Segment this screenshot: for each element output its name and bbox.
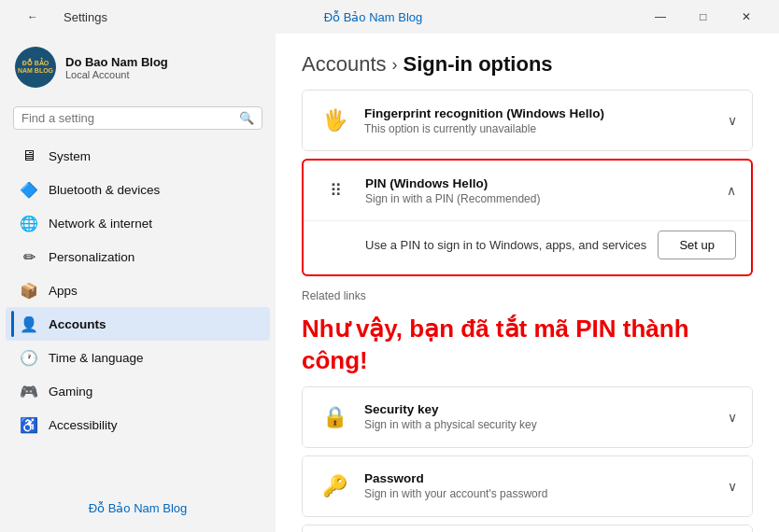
password-icon: 🔑 xyxy=(318,469,351,503)
accessibility-icon: ♿ xyxy=(21,416,37,433)
success-message: Như vậy, bạn đã tắt mã PIN thành công! xyxy=(302,314,753,377)
securitykey-chevron: ∨ xyxy=(728,410,737,425)
related-links-label: Related links xyxy=(302,284,753,306)
search-input[interactable] xyxy=(21,111,234,125)
nav-list: 🖥 System 🔷 Bluetooth & devices 🌐 Network… xyxy=(0,139,276,441)
system-icon: 🖥 xyxy=(21,147,37,164)
sidebar-brand: Đỗ Bảo Nam Blog xyxy=(0,494,276,523)
securitykey-text: Security key Sign in with a physical sec… xyxy=(364,402,728,431)
sidebar-item-apps[interactable]: 📦 Apps xyxy=(6,273,270,307)
securitykey-header[interactable]: 🔒 Security key Sign in with a physical s… xyxy=(303,387,752,447)
fingerprint-title: Fingerprint recognition (Windows Hello) xyxy=(364,106,728,120)
sidebar-item-accessibility[interactable]: ♿ Accessibility xyxy=(6,408,270,441)
pin-body-text: Use a PIN to sign in to Windows, apps, a… xyxy=(365,236,646,255)
pin-chevron: ∧ xyxy=(727,183,736,198)
personalization-icon: ✏ xyxy=(21,248,37,265)
securitykey-desc: Sign in with a physical security key xyxy=(364,418,728,431)
gaming-icon: 🎮 xyxy=(21,383,37,399)
fingerprint-header[interactable]: 🖐 Fingerprint recognition (Windows Hello… xyxy=(303,91,752,150)
securitykey-card: 🔒 Security key Sign in with a physical s… xyxy=(302,386,753,448)
restore-button[interactable]: □ xyxy=(682,3,725,31)
profile-section: ĐỖ BẢO NAM BLOG Do Bao Nam Blog Local Ac… xyxy=(0,34,276,101)
app-body: ĐỖ BẢO NAM BLOG Do Bao Nam Blog Local Ac… xyxy=(0,34,779,532)
sidebar-item-personalization[interactable]: ✏ Personalization xyxy=(6,240,270,273)
pin-card: ⠿ PIN (Windows Hello) Sign in with a PIN… xyxy=(302,159,753,276)
time-icon: 🕐 xyxy=(21,349,37,366)
close-button[interactable]: ✕ xyxy=(725,3,768,31)
password-chevron: ∨ xyxy=(728,479,737,494)
pin-icon: ⠿ xyxy=(319,174,352,207)
setup-button[interactable]: Set up xyxy=(658,231,736,259)
app-title: Settings xyxy=(64,10,107,24)
sidebar: ĐỖ BẢO NAM BLOG Do Bao Nam Blog Local Ac… xyxy=(0,34,276,532)
sidebar-item-label: Gaming xyxy=(49,385,92,399)
password-text: Password Sign in with your account's pas… xyxy=(364,471,728,500)
back-button[interactable]: ← xyxy=(11,3,54,31)
password-title: Password xyxy=(364,471,728,485)
profile-name: Do Bao Nam Blog xyxy=(65,55,168,69)
securitykey-title: Security key xyxy=(364,402,728,416)
main-content: Accounts › Sign-in options 🖐 Fingerprint… xyxy=(276,34,779,532)
breadcrumb: Accounts › Sign-in options xyxy=(302,52,753,77)
pin-desc: Sign in with a PIN (Recommended) xyxy=(365,192,727,205)
sidebar-item-label: Network & internet xyxy=(49,217,152,231)
pin-body: Use a PIN to sign in to Windows, apps, a… xyxy=(304,220,751,274)
profile-info: Do Bao Nam Blog Local Account xyxy=(65,55,168,80)
accounts-icon: 👤 xyxy=(21,315,37,332)
avatar-initials: ĐỖ BẢO NAM BLOG xyxy=(15,60,56,76)
picturepassword-header[interactable]: 🖼 Picture password Swipe and tap your fa… xyxy=(303,525,752,532)
sidebar-item-network[interactable]: 🌐 Network & internet xyxy=(6,206,270,240)
breadcrumb-separator: › xyxy=(392,55,398,75)
picturepassword-card: 🖼 Picture password Swipe and tap your fa… xyxy=(302,525,753,532)
sidebar-item-label: System xyxy=(49,149,91,163)
fingerprint-card: 🖐 Fingerprint recognition (Windows Hello… xyxy=(302,90,753,151)
bluetooth-icon: 🔷 xyxy=(21,181,37,198)
sidebar-item-label: Time & language xyxy=(49,351,144,365)
breadcrumb-current: Sign-in options xyxy=(404,52,553,77)
fingerprint-text: Fingerprint recognition (Windows Hello) … xyxy=(364,106,728,135)
password-desc: Sign in with your account's password xyxy=(364,487,728,500)
brand-label: Đỗ Bảo Nam Blog xyxy=(324,10,423,24)
title-bar: ← Settings Đỗ Bảo Nam Blog — □ ✕ xyxy=(0,0,779,34)
window-controls: — □ ✕ xyxy=(639,3,768,31)
avatar: ĐỖ BẢO NAM BLOG xyxy=(15,47,56,88)
fingerprint-chevron: ∨ xyxy=(728,113,737,128)
password-card: 🔑 Password Sign in with your account's p… xyxy=(302,455,753,517)
sidebar-item-time[interactable]: 🕐 Time & language xyxy=(6,341,270,374)
network-icon: 🌐 xyxy=(21,215,37,231)
securitykey-icon: 🔒 xyxy=(318,400,351,434)
fingerprint-icon: 🖐 xyxy=(318,104,351,137)
sidebar-item-label: Accounts xyxy=(49,317,106,331)
sidebar-item-label: Personalization xyxy=(49,250,135,264)
pin-title: PIN (Windows Hello) xyxy=(365,176,727,190)
pin-text: PIN (Windows Hello) Sign in with a PIN (… xyxy=(365,176,727,205)
profile-sub: Local Account xyxy=(65,69,168,80)
sidebar-item-label: Accessibility xyxy=(49,418,118,432)
password-header[interactable]: 🔑 Password Sign in with your account's p… xyxy=(303,456,752,516)
sidebar-item-label: Bluetooth & devices xyxy=(49,183,160,197)
pin-header[interactable]: ⠿ PIN (Windows Hello) Sign in with a PIN… xyxy=(304,161,751,220)
breadcrumb-parent: Accounts xyxy=(302,52,387,77)
minimize-button[interactable]: — xyxy=(639,3,682,31)
fingerprint-desc: This option is currently unavailable xyxy=(364,122,728,135)
sidebar-item-label: Apps xyxy=(49,284,78,298)
search-icon: 🔍 xyxy=(239,111,254,125)
sidebar-item-bluetooth[interactable]: 🔷 Bluetooth & devices xyxy=(6,173,270,206)
search-box[interactable]: 🔍 xyxy=(13,106,262,130)
sidebar-item-gaming[interactable]: 🎮 Gaming xyxy=(6,374,270,408)
apps-icon: 📦 xyxy=(21,282,37,299)
sidebar-item-system[interactable]: 🖥 System xyxy=(6,139,270,173)
sidebar-item-accounts[interactable]: 👤 Accounts xyxy=(6,307,270,341)
